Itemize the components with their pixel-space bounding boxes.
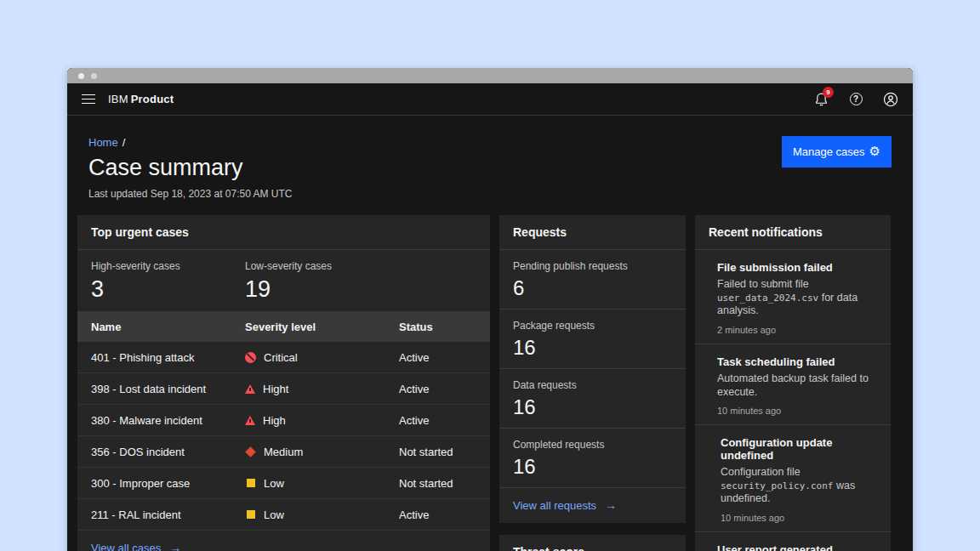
breadcrumb-separator: / xyxy=(122,136,126,149)
file-name-code: security_policy.conf xyxy=(721,480,833,491)
case-status: Active xyxy=(399,508,476,521)
brand: IBMProduct xyxy=(108,93,174,105)
help-icon[interactable]: ? xyxy=(848,92,863,107)
threat-score-card: Threat score xyxy=(499,535,686,551)
window-control-dot xyxy=(78,73,84,79)
stat-pending-publish-requests: Pending publish requests 6 xyxy=(499,250,686,310)
notification-item: Configuration update undefined Configura… xyxy=(695,425,891,532)
low-severity-icon xyxy=(247,510,255,519)
notification-item: Task scheduling failed Automated backup … xyxy=(695,344,891,425)
menu-hamburger-icon[interactable] xyxy=(82,94,95,105)
stat-completed-requests: Completed requests 16 xyxy=(499,429,686,488)
notification-description: Failed to submit file user_data_2024.csv… xyxy=(717,278,877,318)
severity-cell: Low xyxy=(245,477,399,490)
recent-notifications-card: Recent notifications File submission fai… xyxy=(695,215,891,551)
file-name-code: user_data_2024.csv xyxy=(717,293,818,304)
page-title: Case summary xyxy=(88,155,903,181)
view-all-cases-link[interactable]: View all cases xyxy=(77,531,490,551)
last-updated-text: Last updated Sep 18, 2023 at 07:50 AM UT… xyxy=(88,188,903,200)
column-header-name: Name xyxy=(91,321,245,333)
notification-title: Task scheduling failed xyxy=(717,355,877,368)
column-header-severity: Severity level xyxy=(245,321,399,333)
card-title: Requests xyxy=(499,215,686,250)
browser-window: IBMProduct 9 ? Ho xyxy=(67,68,913,551)
card-title: Top urgent cases xyxy=(77,215,490,250)
warning-icon xyxy=(245,416,255,425)
stat-low-severity: Low-severity cases 19 xyxy=(245,260,399,303)
notification-time: 10 minutes ago xyxy=(717,406,877,416)
notification-count-badge: 9 xyxy=(823,87,834,98)
requests-card: Requests Pending publish requests 6 Pack… xyxy=(499,215,686,523)
stat-package-requests: Package requests 16 xyxy=(499,310,686,369)
case-name: 380 - Malware incident xyxy=(91,414,245,427)
view-all-requests-link[interactable]: View all requests xyxy=(499,488,686,523)
severity-label: Low xyxy=(264,477,284,490)
notification-time: 2 minutes ago xyxy=(717,325,877,335)
card-title: Threat score xyxy=(499,535,686,551)
brand-prefix: IBM xyxy=(108,93,128,105)
table-row: 356 - DOS incident Medium Not started xyxy=(77,436,490,468)
gear-icon: ⚙ xyxy=(869,145,880,158)
notification-item: User report generated The User Access Re… xyxy=(695,532,891,551)
arrow-right-icon xyxy=(169,541,181,551)
case-status: Active xyxy=(399,351,476,364)
manage-cases-label: Manage cases xyxy=(793,145,865,158)
severity-cell: Low xyxy=(245,508,399,521)
manage-cases-button[interactable]: Manage cases ⚙ xyxy=(782,136,892,168)
notification-title: User report generated xyxy=(717,543,877,551)
top-urgent-cases-card: Top urgent cases High-severity cases 3 L… xyxy=(77,215,490,551)
table-row: 300 - Improper case Low Not started xyxy=(77,468,490,499)
notification-description: Automated backup task failed to execute. xyxy=(717,372,877,399)
medium-severity-icon xyxy=(245,446,256,457)
column-header-status: Status xyxy=(399,321,476,333)
low-severity-icon xyxy=(247,479,255,487)
table-row: 211 - RAL incident Low Active xyxy=(77,499,490,531)
severity-label: High xyxy=(263,414,286,427)
severity-cell: Critical xyxy=(245,351,399,364)
case-name: 300 - Improper case xyxy=(91,477,245,490)
severity-cell: Medium xyxy=(245,446,399,458)
notification-title: File submission failed xyxy=(717,261,877,274)
app-header: IBMProduct 9 ? xyxy=(67,83,913,116)
card-title: Recent notifications xyxy=(695,215,891,250)
stat-high-severity: High-severity cases 3 xyxy=(91,260,245,303)
case-name: 356 - DOS incident xyxy=(91,446,245,458)
notification-description: Configuration file security_policy.conf … xyxy=(721,466,877,506)
brand-name: Product xyxy=(131,93,174,105)
case-status: Not started xyxy=(399,446,476,458)
critical-icon xyxy=(245,352,256,363)
main-content: Home/ Case summary Last updated Sep 18, … xyxy=(67,116,913,551)
breadcrumb: Home/ xyxy=(88,136,903,149)
case-status: Not started xyxy=(399,477,476,490)
severity-cell: High xyxy=(245,414,399,427)
table-header-row: Name Severity level Status xyxy=(77,311,490,342)
breadcrumb-home-link[interactable]: Home xyxy=(88,136,118,149)
table-row: 398 - Lost data incident Hight Active xyxy=(77,373,490,405)
warning-icon xyxy=(245,384,255,394)
stat-data-requests: Data requests 16 xyxy=(499,369,686,429)
notification-item: File submission failed Failed to submit … xyxy=(695,250,891,344)
severity-stats: High-severity cases 3 Low-severity cases… xyxy=(77,250,490,311)
table-row: 380 - Malware incident High Active xyxy=(77,405,490,436)
case-name: 211 - RAL incident xyxy=(91,508,245,521)
severity-label: Critical xyxy=(264,351,298,364)
severity-label: Hight xyxy=(263,383,288,395)
case-status: Active xyxy=(399,383,476,395)
user-avatar-icon[interactable] xyxy=(883,92,898,107)
window-control-dot xyxy=(91,73,97,79)
table-row: 401 - Phishing attack Critical Active xyxy=(77,342,490,373)
severity-cell: Hight xyxy=(245,383,399,395)
arrow-right-icon xyxy=(605,498,617,512)
case-status: Active xyxy=(399,414,476,427)
severity-label: Medium xyxy=(264,446,303,458)
notification-bell-icon[interactable]: 9 xyxy=(813,92,829,107)
notification-time: 10 minutes ago xyxy=(721,513,877,523)
case-name: 398 - Lost data incident xyxy=(91,383,245,395)
browser-chrome-bar xyxy=(67,68,913,83)
case-name: 401 - Phishing attack xyxy=(91,351,245,364)
notification-title: Configuration update undefined xyxy=(721,436,877,462)
severity-label: Low xyxy=(264,508,284,521)
